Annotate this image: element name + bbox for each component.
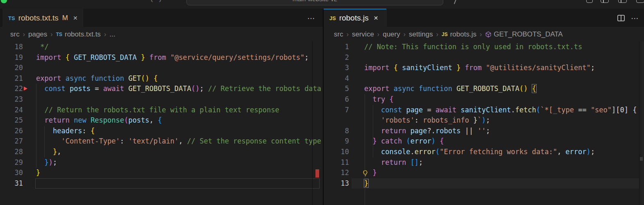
copilot-icon[interactable] bbox=[454, 0, 456, 4]
overview-ruler-error-marker bbox=[315, 169, 319, 178]
line-number[interactable]: 8 bbox=[324, 126, 349, 137]
toggle-secondary-sidebar-icon[interactable] bbox=[618, 0, 627, 3]
code-line-19[interactable]: 19import { GET_ROBOTS_DATA } from "@serv… bbox=[0, 52, 323, 63]
more-actions-icon[interactable]: ⋯ bbox=[307, 14, 315, 23]
code-line-28[interactable]: 28 }, bbox=[0, 147, 323, 157]
code-line-6[interactable]: 6 try { bbox=[324, 94, 644, 105]
breadcrumb-item-robots-js[interactable]: JSrobots.js bbox=[442, 30, 476, 39]
code-editor-left[interactable]: 18 */19import { GET_ROBOTS_DATA } from "… bbox=[0, 41, 323, 205]
line-number[interactable]: 30 bbox=[0, 168, 23, 178]
tab-bar-left: TS robots.txt.ts M ✕ ⋯ bbox=[0, 9, 323, 27]
breadcrumb-label: pages bbox=[28, 30, 47, 39]
line-number[interactable]: 7 bbox=[324, 105, 349, 116]
code-line-24[interactable]: 24 // Return the robots.txt file with a … bbox=[0, 105, 323, 116]
toggle-panel-icon[interactable] bbox=[601, 0, 609, 3]
scrollbar-slider[interactable] bbox=[640, 157, 643, 161]
code-line-5[interactable]: 5export async function GET_ROBOTS_DATA()… bbox=[324, 84, 644, 94]
breadcrumb-separator: › bbox=[50, 31, 52, 38]
code-line-29[interactable]: 29 }); bbox=[0, 157, 323, 168]
line-number[interactable]: 19 bbox=[0, 52, 23, 63]
breadcrumb-item-pages[interactable]: pages bbox=[28, 30, 47, 39]
editor-group-left: TS robots.txt.ts M ✕ ⋯ src›pages›TSrobot… bbox=[0, 9, 323, 205]
close-icon[interactable]: ✕ bbox=[374, 15, 379, 21]
code-text: const posts = await GET_ROBOTS_DATA(); /… bbox=[36, 84, 321, 94]
breadcrumb-item-src[interactable]: src bbox=[334, 30, 343, 39]
code-line-10[interactable]: 10 console.error("Error fetching works d… bbox=[324, 147, 644, 157]
tab-robots-txt-ts[interactable]: TS robots.txt.ts M ✕ bbox=[2, 9, 83, 27]
code-editor-right[interactable]: 1// Note: This function is only used in … bbox=[324, 41, 644, 205]
breadcrumb-item--[interactable]: ... bbox=[109, 30, 115, 39]
code-line-11[interactable]: 11 return []; bbox=[324, 157, 644, 168]
breadcrumb-item-service[interactable]: service bbox=[352, 30, 374, 39]
history-nav-arrows[interactable]: ‹› bbox=[151, 0, 167, 5]
tab-robots-js[interactable]: JS robots.js ✕ bbox=[324, 9, 387, 27]
code-line-25[interactable]: 25 return new Response(posts, { bbox=[0, 115, 323, 126]
breadcrumb-item-get-robots-data[interactable]: GET_ROBOTS_DATA bbox=[485, 30, 562, 39]
line-number[interactable]: 18 bbox=[0, 42, 23, 52]
code-line-30[interactable]: 30} bbox=[0, 168, 323, 178]
breadcrumb-label: robots.js bbox=[450, 30, 476, 39]
scrollbar-track[interactable] bbox=[642, 41, 644, 205]
split-editor-icon[interactable] bbox=[617, 14, 625, 22]
code-line-13[interactable]: 13} bbox=[324, 178, 644, 189]
toggle-sidebar-icon[interactable] bbox=[586, 0, 593, 3]
line-number[interactable]: 20 bbox=[0, 63, 23, 73]
breadcrumb-item-settings[interactable]: settings bbox=[409, 30, 433, 39]
code-line-7[interactable]: 7 const page = await sanityClient.fetch(… bbox=[324, 105, 644, 116]
code-line-3[interactable]: 3import { sanityClient } from "@utilitie… bbox=[324, 63, 644, 73]
line-number[interactable]: 31 bbox=[0, 178, 23, 189]
code-line-wrap[interactable]: 'robots': robots_info }`); bbox=[324, 115, 644, 126]
code-line-20[interactable]: 20 bbox=[0, 63, 323, 73]
code-line-22[interactable]: 22 const posts = await GET_ROBOTS_DATA()… bbox=[0, 84, 323, 94]
code-line-31[interactable]: 31 bbox=[0, 178, 323, 189]
more-actions-icon[interactable]: ⋯ bbox=[631, 14, 639, 23]
symbol-function-icon bbox=[485, 31, 492, 38]
line-number[interactable]: 2 bbox=[324, 52, 349, 63]
line-number[interactable]: 25 bbox=[0, 115, 23, 126]
line-number[interactable]: 4 bbox=[324, 73, 349, 84]
breadcrumb-item-src[interactable]: src bbox=[10, 30, 20, 39]
breadcrumb-item-robots-txt-ts[interactable]: TSrobots.txt.ts bbox=[56, 30, 101, 39]
line-number[interactable]: 10 bbox=[324, 147, 349, 157]
breadcrumb-separator: › bbox=[104, 31, 106, 38]
code-line-26[interactable]: 26 headers: { bbox=[0, 126, 323, 137]
line-number[interactable]: 9 bbox=[324, 136, 349, 147]
code-line-2[interactable]: 2 bbox=[324, 52, 644, 63]
line-number[interactable]: 28 bbox=[0, 147, 23, 157]
code-line-12[interactable]: 12 } bbox=[324, 168, 644, 178]
line-number[interactable]: 11 bbox=[324, 157, 349, 168]
code-line-4[interactable]: 4 bbox=[324, 73, 644, 84]
breadcrumb-item-query[interactable]: query bbox=[383, 30, 400, 39]
breadcrumb: src›service›query›settings›JSrobots.js›G… bbox=[324, 27, 644, 41]
traffic-light-green[interactable] bbox=[1, 0, 7, 3]
line-number[interactable]: 26 bbox=[0, 126, 23, 137]
line-number[interactable]: 12 bbox=[324, 168, 349, 178]
code-line-27[interactable]: 27 'Content-Type': 'text/plain', // Set … bbox=[0, 136, 323, 147]
code-line-9[interactable]: 9 } catch (error) { bbox=[324, 136, 644, 147]
breadcrumb-separator: › bbox=[377, 31, 379, 38]
line-number[interactable]: 21 bbox=[0, 73, 23, 84]
code-text: return []; bbox=[364, 157, 423, 168]
close-icon[interactable]: ✕ bbox=[73, 15, 78, 21]
code-text: import { sanityClient } from "@utilities… bbox=[364, 63, 595, 73]
line-number[interactable]: 22 bbox=[0, 84, 23, 94]
customize-layout-icon[interactable] bbox=[636, 0, 644, 3]
code-line-21[interactable]: 21export async function GET() { bbox=[0, 73, 323, 84]
line-number[interactable]: 1 bbox=[324, 42, 349, 52]
line-number[interactable]: 6 bbox=[324, 94, 349, 105]
line-number[interactable]: 29 bbox=[0, 157, 23, 168]
line-number[interactable]: 24 bbox=[0, 105, 23, 116]
line-number[interactable]: 23 bbox=[0, 94, 23, 105]
line-number[interactable]: 13 bbox=[324, 178, 349, 189]
code-line-23[interactable]: 23 bbox=[0, 94, 323, 105]
code-line-1[interactable]: 1// Note: This function is only used in … bbox=[324, 42, 644, 52]
editor-group-right: JS robots.js ✕ ⋯ src›service›query›setti… bbox=[324, 9, 644, 205]
command-center[interactable]: main-website-v2 bbox=[186, 0, 443, 5]
line-number[interactable]: 3 bbox=[324, 63, 349, 73]
code-line-18[interactable]: 18 */ bbox=[0, 42, 323, 52]
code-line-8[interactable]: 8 return page?.robots || ''; bbox=[324, 126, 644, 137]
line-number[interactable]: 5 bbox=[324, 84, 349, 94]
line-number[interactable]: 27 bbox=[0, 136, 23, 147]
breadcrumb-separator: › bbox=[23, 31, 25, 38]
gutter-marker-icon[interactable] bbox=[24, 87, 27, 91]
